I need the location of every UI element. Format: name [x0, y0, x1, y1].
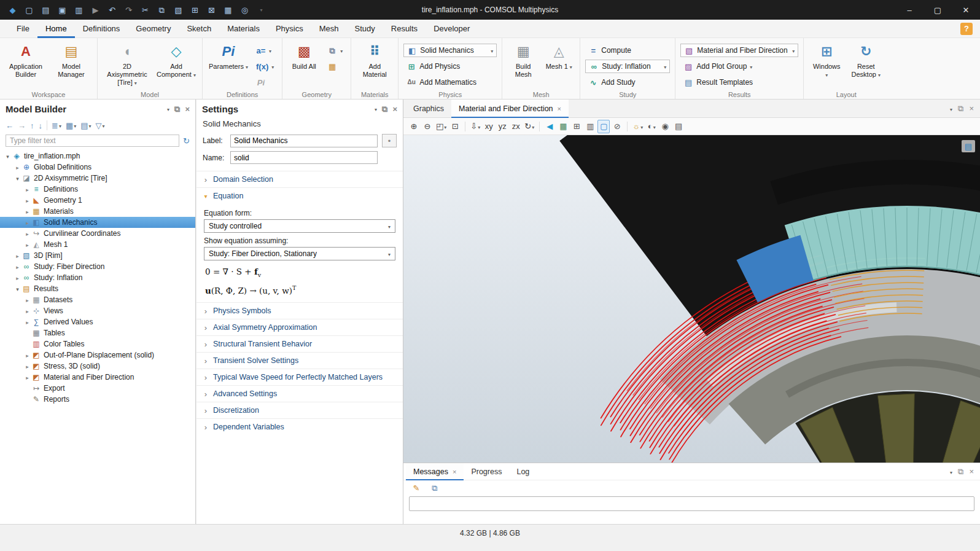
- tree-caret[interactable]: [23, 229, 31, 238]
- close-panel-icon[interactable]: ×: [969, 467, 974, 475]
- tab-graphics[interactable]: Graphics: [406, 100, 451, 118]
- close-panel-icon[interactable]: ×: [392, 105, 397, 113]
- tree-caret[interactable]: [14, 251, 21, 260]
- help-icon[interactable]: ?: [960, 23, 973, 35]
- compute-button[interactable]: = Compute: [585, 44, 670, 57]
- add-component-button[interactable]: ◇ Add Component: [155, 41, 197, 79]
- section-domain-selection[interactable]: Domain Selection: [196, 171, 403, 187]
- rotate-view-button[interactable]: ↻: [523, 120, 535, 133]
- tree-caret[interactable]: [14, 163, 21, 171]
- panel-menu-icon[interactable]: [950, 468, 952, 475]
- add-physics-button[interactable]: ⊞ Add Physics: [403, 60, 497, 73]
- add-material-button[interactable]: ⠿ Add Material: [356, 41, 393, 79]
- tree-item-3d-rim[interactable]: ▧3D [Rim]: [0, 250, 195, 261]
- clear-messages-button[interactable]: ✎: [410, 481, 422, 494]
- tree-item-reports[interactable]: ✎Reports: [0, 394, 195, 405]
- zoom-box-button[interactable]: ⊡: [449, 120, 461, 133]
- float-panel-icon[interactable]: ⧉: [958, 104, 963, 112]
- tree-item-materials[interactable]: ▦Materials: [0, 206, 195, 217]
- add-plot-group-button[interactable]: ▨ Add Plot Group: [680, 60, 798, 73]
- nav-up-button[interactable]: ↑: [30, 122, 34, 130]
- tree-caret[interactable]: [23, 351, 31, 359]
- tree-item-views[interactable]: ⊹Views: [0, 305, 195, 316]
- redo-button[interactable]: ↷: [121, 2, 136, 17]
- ribbon-tab-mesh[interactable]: Mesh: [311, 20, 347, 38]
- section-structural-transient-behavior[interactable]: Structural Transient Behavior: [196, 335, 403, 352]
- ribbon-tab-materials[interactable]: Materials: [219, 20, 268, 38]
- tree-caret[interactable]: [23, 362, 31, 370]
- ribbon-tab-sketch[interactable]: Sketch: [179, 20, 219, 38]
- float-panel-icon[interactable]: ⧉: [174, 105, 180, 113]
- add-mathematics-button[interactable]: Δu Add Mathematics: [403, 76, 497, 89]
- name-field-input[interactable]: [230, 151, 378, 164]
- panel-menu-icon[interactable]: [950, 105, 952, 112]
- duplicate-button[interactable]: ⊞: [187, 2, 203, 17]
- tree-item-mesh-1[interactable]: ◭Mesh 1: [0, 239, 195, 250]
- copy-messages-table-button[interactable]: ⧉: [429, 481, 441, 494]
- customize-toolbar-icon[interactable]: [254, 2, 269, 17]
- section-typical-wave-speed-for-perfectly-matched-layers[interactable]: Typical Wave Speed for Perfectly Matched…: [196, 369, 403, 385]
- panel-menu-icon[interactable]: [167, 105, 169, 112]
- ribbon-tab-home[interactable]: Home: [37, 20, 75, 38]
- print-button[interactable]: ▤: [672, 120, 685, 133]
- float-panel-icon[interactable]: ⧉: [382, 105, 387, 113]
- tree-caret[interactable]: [23, 318, 31, 326]
- tree-item-curvilinear-coordinates[interactable]: ↪Curvilinear Coordinates: [0, 228, 195, 239]
- tree-caret[interactable]: [23, 218, 31, 227]
- undo-button[interactable]: ↶: [104, 2, 120, 17]
- tab-close-icon[interactable]: ×: [558, 105, 561, 112]
- ribbon-tab-definitions[interactable]: Definitions: [75, 20, 128, 38]
- show-material-color-button[interactable]: ▦: [557, 120, 569, 133]
- ribbon-tab-developer[interactable]: Developer: [426, 20, 478, 38]
- tab-messages[interactable]: Messages×: [406, 463, 464, 480]
- environment-button[interactable]: ◐: [645, 120, 658, 133]
- add-study-button[interactable]: ∿ Add Study: [585, 76, 670, 89]
- close-button[interactable]: ✕: [952, 0, 980, 20]
- build-all-button[interactable]: ▩ Build All: [287, 41, 321, 71]
- tree-caret[interactable]: [23, 185, 31, 193]
- close-panel-icon[interactable]: ×: [185, 105, 190, 113]
- model-manager-button[interactable]: ▤ Model Manager: [50, 41, 92, 79]
- section-dependent-variables[interactable]: Dependent Variables: [196, 418, 403, 435]
- ribbon-tab-file[interactable]: File: [9, 20, 37, 38]
- mesh-select-button[interactable]: ◬ Mesh 1: [543, 41, 575, 71]
- tree-item-stress-3d-solid[interactable]: ◩Stress, 3D (solid): [0, 361, 195, 372]
- save-button[interactable]: ▣: [55, 2, 70, 17]
- zoom-extents-button[interactable]: ◰: [435, 120, 448, 133]
- physics-interface-select[interactable]: ◧ Solid Mechanics: [403, 44, 497, 57]
- tree-caret[interactable]: [4, 152, 12, 160]
- tab-material-and-fiber-direction[interactable]: Material and Fiber Direction×: [451, 100, 569, 118]
- copy-button[interactable]: ⧉: [154, 2, 169, 17]
- tree-item-datasets[interactable]: ▦Datasets: [0, 294, 195, 305]
- tab-log[interactable]: Log: [509, 463, 537, 480]
- tree-item-tables[interactable]: ▦Tables: [0, 327, 195, 338]
- snapshot-button[interactable]: ◉: [659, 120, 671, 133]
- save-as-button[interactable]: ▥: [71, 2, 87, 17]
- refresh-icon[interactable]: ↻: [183, 137, 190, 145]
- tree-item-derived-values[interactable]: ∑Derived Values: [0, 316, 195, 327]
- tree-item-2d-axisymmetric-tire[interactable]: ◪2D Axisymmetric [Tire]: [0, 173, 195, 184]
- variables-button[interactable]: a=: [253, 44, 277, 57]
- geometry-insert-button[interactable]: ▦: [324, 60, 346, 73]
- tab-progress[interactable]: Progress: [464, 463, 509, 480]
- tree-item-study-inflation[interactable]: ∞Study: Inflation: [0, 272, 195, 283]
- show-grid-button[interactable]: ⊞: [570, 120, 583, 133]
- app-logo-button[interactable]: ◆: [5, 2, 20, 17]
- plot-settings-button[interactable]: ▤: [962, 140, 975, 152]
- tree-filter-button[interactable]: ▽: [96, 121, 105, 130]
- zoom-tool-button[interactable]: ◎: [237, 2, 252, 17]
- panel-menu-icon[interactable]: [375, 105, 377, 112]
- axisymmetric-component-button[interactable]: ◖ 2D Axisymmetric [Tire]: [103, 41, 152, 87]
- functions-button[interactable]: f(x): [253, 60, 277, 73]
- tab-close-icon[interactable]: ×: [453, 468, 456, 475]
- section-advanced-settings[interactable]: Advanced Settings: [196, 385, 403, 402]
- delete-button[interactable]: ⊠: [204, 2, 219, 17]
- scene-light-button[interactable]: ☼: [631, 120, 644, 133]
- nav-back-button[interactable]: ←: [6, 122, 14, 130]
- equation-form-select[interactable]: Study controlled: [204, 219, 395, 233]
- plot-group-select[interactable]: ▧ Material and Fiber Direction: [680, 44, 798, 57]
- close-panel-icon[interactable]: ×: [969, 104, 974, 112]
- filter-input[interactable]: [6, 135, 179, 147]
- tree-item-export[interactable]: ↦Export: [0, 383, 195, 394]
- zoom-out-button[interactable]: ⊖: [421, 120, 434, 133]
